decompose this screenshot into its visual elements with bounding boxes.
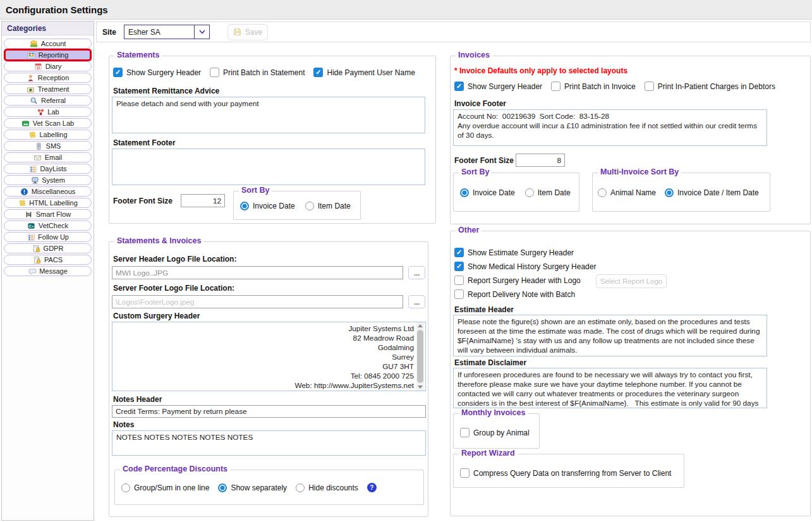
invoice-show-surgery-header-checkbox[interactable]: Show Surgery Header xyxy=(454,82,542,91)
show-medical-history-header-checkbox[interactable]: Show Medical History Surgery Header xyxy=(454,262,596,271)
radio-selected-icon xyxy=(460,188,469,197)
sort-by-item-date-radio[interactable]: Item Date xyxy=(305,202,351,210)
sidebar-item-referral[interactable]: Referral xyxy=(4,95,92,106)
estimate-disclaimer-textarea[interactable]: If unforeseen procedures are found to be… xyxy=(453,368,767,408)
browse-footer-logo-button[interactable]: ... xyxy=(408,295,425,308)
invoices-group: Invoices * Invoice Defaults only apply t… xyxy=(450,56,811,224)
sidebar-item-smart-flow[interactable]: S Smart Flow xyxy=(4,209,92,219)
sidebar-item-diary[interactable]: 12 Diary xyxy=(4,61,92,71)
server-header-logo-input[interactable]: MWI Logo..JPG xyxy=(112,266,403,279)
invoice-footer-label: Invoice Footer xyxy=(454,99,506,108)
notes-header-input[interactable]: Credit Terms: Payment by return please xyxy=(112,405,426,418)
sidebar-item-treatment[interactable]: Treatment xyxy=(4,84,92,94)
sidebar-item-daylists[interactable]: DayLists xyxy=(4,164,92,174)
statements-footer-font-size-input[interactable]: 12 xyxy=(181,194,225,207)
print-inpatient-charges-checkbox[interactable]: Print In-Patient Charges in Debtors xyxy=(645,82,775,91)
hide-payment-user-name-checkbox[interactable]: Hide Payment User Name xyxy=(313,68,415,77)
code-percentage-discounts-legend: Code Percentage Discounts xyxy=(120,464,230,473)
radio-selected-icon xyxy=(240,202,249,210)
browse-header-logo-button[interactable]: ... xyxy=(408,266,425,279)
report-surgery-header-with-logo-checkbox[interactable]: Report Surgery Header with Logo xyxy=(454,276,581,285)
checkbox-checked-icon xyxy=(454,248,464,257)
radio-unselected-icon xyxy=(598,188,607,197)
sidebar-item-gdpr[interactable]: GDPR xyxy=(4,243,92,253)
sidebar-item-label: PACS xyxy=(44,256,63,264)
invoices-sort-by-legend: Sort By xyxy=(459,167,492,176)
monthly-invoices-legend: Monthly Invoices xyxy=(459,408,528,417)
select-report-logo-button[interactable]: Select Report Logo xyxy=(596,274,667,288)
sidebar-item-follow-up[interactable]: Follow Up xyxy=(4,232,92,242)
multi-invoice-sort-by-options: Animal Name Invoice Date / Item Date xyxy=(598,188,759,197)
sidebar-item-pacs[interactable]: PACS xyxy=(4,255,92,265)
estimate-disclaimer-label: Estimate Disclaimer xyxy=(454,358,526,367)
custom-surgery-header-label: Custom Surgery Header xyxy=(113,312,200,320)
server-footer-logo-input[interactable]: \Logos\FooterLogo.jpeg xyxy=(112,295,403,308)
invoices-sort-item-date-radio[interactable]: Item Date xyxy=(525,188,571,197)
sidebar-item-miscellaneous[interactable]: Miscellaneous xyxy=(4,186,92,197)
group-by-animal-checkbox[interactable]: Group by Animal xyxy=(460,428,530,437)
compress-query-data-checkbox[interactable]: Compress Query Data on transferring from… xyxy=(460,468,671,478)
invoices-legend: Invoices xyxy=(456,51,492,59)
group-sum-one-line-radio[interactable]: Group/Sum in one line xyxy=(121,483,209,492)
sidebar-item-lab[interactable]: Lab xyxy=(4,107,92,117)
sidebar-item-html-labelling[interactable]: HTML Labelling xyxy=(4,198,92,208)
print-batch-in-statement-checkbox[interactable]: Print Batch in Statement xyxy=(210,68,305,77)
sidebar-item-account[interactable]: Account xyxy=(4,39,92,49)
radio-selected-icon xyxy=(665,188,674,197)
scroll-down-icon[interactable] xyxy=(416,384,424,391)
show-surgery-header-checkbox[interactable]: Show Surgery Header xyxy=(113,68,201,77)
vet-scan-lab-icon xyxy=(21,119,30,128)
multi-sort-animal-name-radio[interactable]: Animal Name xyxy=(598,188,656,197)
invoices-sort-invoice-date-radio[interactable]: Invoice Date xyxy=(460,188,515,197)
sidebar-item-vet-scan-lab[interactable]: Vet Scan Lab xyxy=(4,118,92,128)
show-medical-history-row: Show Medical History Surgery Header xyxy=(454,262,596,271)
svg-text:12: 12 xyxy=(37,65,40,69)
report-delivery-note-with-batch-checkbox[interactable]: Report Delivery Note with Batch xyxy=(454,289,575,299)
sidebar-item-label: Labelling xyxy=(39,131,67,138)
save-button[interactable]: Save xyxy=(227,24,268,40)
hide-discounts-radio[interactable]: Hide discounts xyxy=(296,483,358,492)
help-icon[interactable]: ? xyxy=(367,483,377,492)
save-floppy-icon xyxy=(233,28,242,37)
configuration-settings-window: Configuration Settings Categories Accoun… xyxy=(0,0,812,522)
multi-sort-invoice-item-date-radio[interactable]: Invoice Date / Item Date xyxy=(665,188,759,197)
sidebar-item-sms[interactable]: SMS xyxy=(4,141,92,151)
site-dropdown[interactable]: Esher SA xyxy=(124,25,210,39)
custom-surgery-header-textarea[interactable]: Jupiter Systems Ltd 82 Meadrow Road Goda… xyxy=(112,322,426,391)
show-separately-radio[interactable]: Show separately xyxy=(218,483,287,492)
scroll-up-icon[interactable] xyxy=(416,322,424,329)
radio-unselected-icon xyxy=(296,483,305,492)
sidebar-item-label: Referral xyxy=(41,97,66,104)
sidebar-item-vetcheck[interactable]: C+ VetCheck xyxy=(4,221,92,231)
follow-up-list-icon xyxy=(27,233,35,241)
sidebar-item-label: Smart Flow xyxy=(36,210,71,218)
sort-by-invoice-date-radio[interactable]: Invoice Date xyxy=(240,202,295,210)
system-monitor-icon xyxy=(30,176,39,185)
invoices-footer-font-size-input[interactable]: 8 xyxy=(516,154,565,167)
report-delivery-note-row: Report Delivery Note with Batch xyxy=(454,289,575,299)
sidebar-item-message[interactable]: Message xyxy=(4,266,92,276)
scrollbar-thumb[interactable] xyxy=(417,330,423,383)
sidebar-item-system[interactable]: System xyxy=(4,175,92,185)
statement-footer-textarea[interactable] xyxy=(112,149,425,185)
sidebar-item-email[interactable]: Email xyxy=(4,152,92,162)
invoices-checkbox-row: Show Surgery Header Print Batch in Invoi… xyxy=(454,82,775,91)
sidebar-item-reporting[interactable]: Reporting xyxy=(4,49,92,61)
referral-magnifier-icon xyxy=(30,96,39,105)
reporting-icon xyxy=(27,51,36,59)
estimate-header-textarea[interactable]: Please note the figure(s) shown are an e… xyxy=(453,315,767,356)
multi-invoice-sort-by-legend: Multi-Invoice Sort By xyxy=(598,167,681,176)
sidebar-item-reception[interactable]: Reception xyxy=(4,73,92,83)
sidebar-item-label: Treatment xyxy=(38,85,70,93)
notes-textarea[interactable]: NOTES NOTES NOTES NOTES NOTES xyxy=(112,430,426,456)
other-group: Other Show Estimate Surgery Header Show … xyxy=(450,231,811,516)
radio-selected-icon xyxy=(218,483,227,492)
sidebar-item-labelling[interactable]: Labelling xyxy=(4,130,92,140)
show-estimate-surgery-header-checkbox[interactable]: Show Estimate Surgery Header xyxy=(454,248,574,257)
custom-surgery-header-scrollbar[interactable] xyxy=(416,322,424,391)
statement-remittance-advice-textarea[interactable]: Please detach and send with your payment xyxy=(112,97,425,133)
print-batch-in-invoice-checkbox[interactable]: Print Batch in Invoice xyxy=(551,82,636,91)
statements-group: Statements Show Surgery Header Print Bat… xyxy=(109,56,436,224)
sidebar-item-label: Miscellaneous xyxy=(32,188,76,195)
invoice-footer-textarea[interactable]: Account No: 00219639 Sort Code: 83-15-28… xyxy=(453,109,767,146)
